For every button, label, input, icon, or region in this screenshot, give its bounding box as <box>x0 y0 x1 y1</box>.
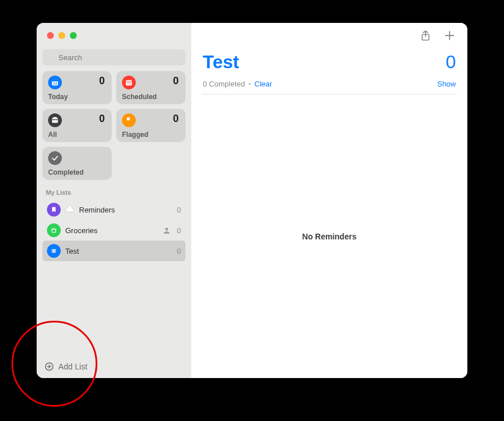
cloud-icon <box>65 206 74 213</box>
completed-row: 0 Completed • Clear Show <box>202 74 457 95</box>
list-name: Groceries <box>65 226 158 235</box>
share-button[interactable] <box>418 28 433 43</box>
list-count: 0 <box>177 226 181 235</box>
add-list-label: Add List <box>58 362 88 371</box>
basket-icon <box>47 223 61 237</box>
svg-point-7 <box>127 82 128 84</box>
svg-rect-10 <box>52 119 58 120</box>
smart-list-scheduled[interactable]: 0 Scheduled <box>116 71 186 104</box>
completed-icon <box>48 151 62 165</box>
list-row-test[interactable]: Test 0 <box>42 241 186 261</box>
show-link[interactable]: Show <box>437 80 456 88</box>
all-icon <box>48 113 62 127</box>
bookmark-icon <box>47 203 61 217</box>
svg-text:14: 14 <box>53 81 57 85</box>
svg-point-11 <box>165 228 168 231</box>
clear-link[interactable]: Clear <box>254 80 272 88</box>
main-panel: Test 0 0 Completed • Clear Show No Remin… <box>191 23 467 378</box>
add-list-button[interactable]: Add List <box>37 357 191 373</box>
today-icon: 14 <box>48 76 62 89</box>
list-row-reminders[interactable]: Reminders 0 <box>42 199 186 220</box>
smart-label-all: All <box>48 131 57 139</box>
list-icon <box>47 244 61 258</box>
share-icon <box>420 30 431 41</box>
smart-list-today[interactable]: 14 0 Today <box>42 71 112 104</box>
svg-point-8 <box>128 82 129 84</box>
list-count: 0 <box>177 247 181 255</box>
scheduled-icon <box>122 76 136 89</box>
minimize-window-button[interactable] <box>58 32 65 39</box>
zoom-window-button[interactable] <box>70 32 77 39</box>
plus-circle-icon <box>45 362 54 371</box>
smart-count-scheduled: 0 <box>173 75 179 87</box>
main-toolbar <box>202 23 457 48</box>
svg-point-9 <box>129 82 131 84</box>
smart-lists-row-1: 14 0 Today 0 Scheduled <box>37 71 191 104</box>
list-row-groceries[interactable]: Groceries 0 <box>42 220 186 241</box>
list-name: Test <box>65 247 172 255</box>
new-reminder-button[interactable] <box>442 28 457 43</box>
smart-label-flagged: Flagged <box>122 131 148 139</box>
smart-label-scheduled: Scheduled <box>122 93 157 101</box>
smart-list-all[interactable]: 0 All <box>42 109 112 142</box>
separator-dot: • <box>249 80 251 88</box>
search-input[interactable] <box>42 49 186 65</box>
list-total-count: 0 <box>446 52 456 73</box>
list-name: Reminders <box>79 206 172 214</box>
empty-state: No Reminders <box>202 95 457 378</box>
sidebar: 14 0 Today 0 Scheduled 0 All <box>37 23 191 378</box>
smart-count-all: 0 <box>99 113 105 125</box>
app-window: 14 0 Today 0 Scheduled 0 All <box>37 23 467 378</box>
smart-list-flagged[interactable]: 0 Flagged <box>116 109 186 142</box>
empty-text: No Reminders <box>302 232 357 241</box>
smart-count-today: 0 <box>99 75 105 87</box>
traffic-lights <box>37 23 191 45</box>
smart-lists-row-3: Completed <box>37 142 191 180</box>
plus-icon <box>444 30 455 41</box>
list-count: 0 <box>177 206 181 214</box>
smart-list-completed[interactable]: Completed <box>42 147 112 180</box>
shared-icon <box>162 226 171 235</box>
my-lists-header: My Lists <box>37 180 191 199</box>
close-window-button[interactable] <box>47 32 54 39</box>
flagged-icon <box>122 113 136 127</box>
smart-count-flagged: 0 <box>173 113 179 125</box>
list-title: Test <box>203 52 239 73</box>
completed-text: 0 Completed <box>203 80 245 88</box>
smart-label-completed: Completed <box>48 168 84 176</box>
search-container <box>37 45 191 71</box>
list-header: Test 0 <box>202 48 457 74</box>
smart-lists-row-2: 0 All 0 Flagged <box>37 104 191 142</box>
smart-label-today: Today <box>48 93 68 101</box>
